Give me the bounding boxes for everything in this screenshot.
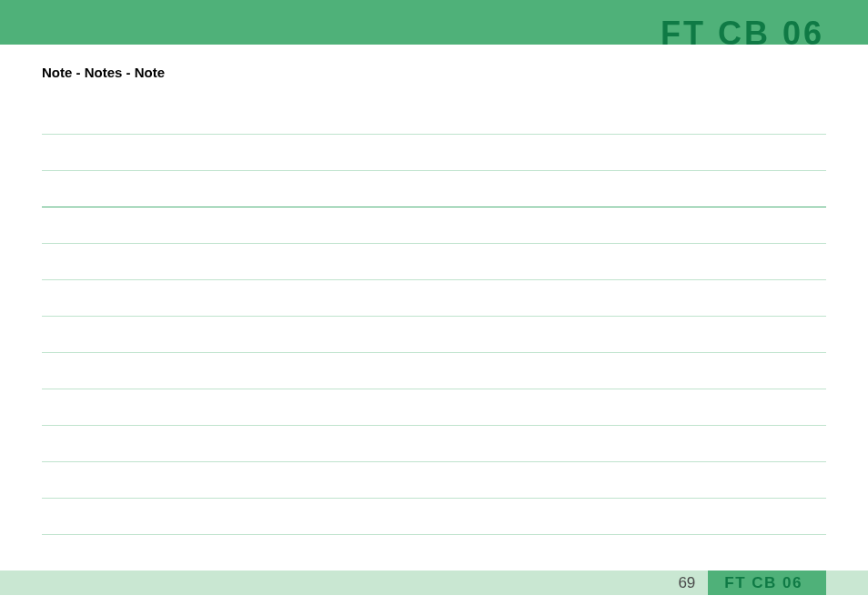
- rule-line: [42, 317, 826, 353]
- notes-heading: Note - Notes - Note: [42, 65, 826, 80]
- ruled-lines: [42, 98, 826, 535]
- rule-line: [42, 353, 826, 389]
- footer-tab-label: FT CB 06: [724, 574, 802, 592]
- rule-line: [42, 98, 826, 135]
- rule-line: [42, 426, 826, 462]
- rule-line: [42, 207, 826, 244]
- footer-bar: 69 FT CB 06: [0, 571, 868, 595]
- rule-line: [42, 244, 826, 280]
- rule-line: [42, 280, 826, 317]
- footer-tab: FT CB 06: [708, 571, 826, 595]
- rule-line: [42, 171, 826, 207]
- rule-line: [42, 499, 826, 535]
- page-number: 69: [678, 574, 695, 592]
- header-bar: FT CB 06: [0, 2, 868, 45]
- rule-line: [42, 462, 826, 499]
- page-content: Note - Notes - Note: [0, 45, 868, 535]
- rule-line: [42, 389, 826, 426]
- rule-line: [42, 135, 826, 171]
